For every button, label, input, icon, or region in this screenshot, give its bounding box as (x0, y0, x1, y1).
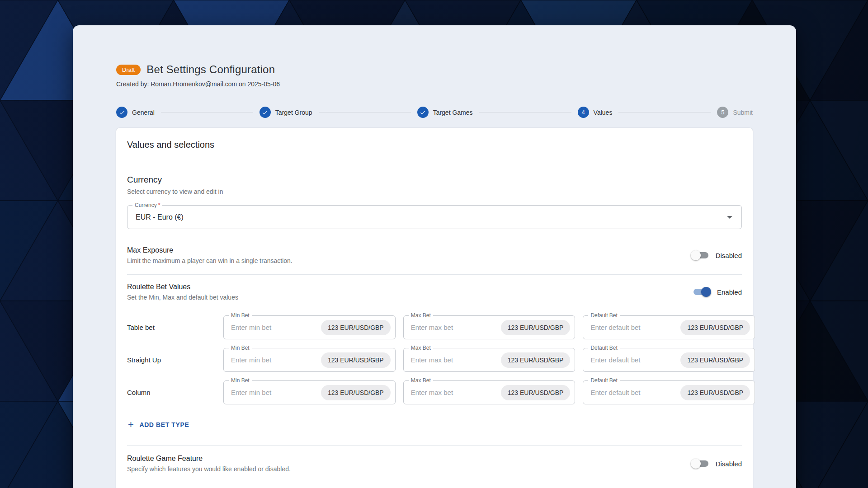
bet-type-label: Table bet (127, 324, 216, 331)
roulette-bet-values-toggle-label: Enabled (717, 288, 742, 296)
values-card: Values and selections Currency Select cu… (116, 128, 753, 488)
field-label: Default Bet (588, 377, 619, 384)
step-label: Submit (733, 109, 753, 116)
stepper-connector (161, 112, 253, 113)
column-min-bet-field: Min Bet123 EUR/USD/GBP (223, 380, 396, 404)
column-max-bet-field: Max Bet123 EUR/USD/GBP (403, 380, 576, 404)
check-icon (116, 107, 127, 118)
required-asterisk: * (158, 202, 160, 208)
plus-icon: + (128, 420, 134, 430)
roulette-game-feature-description: Specify which features you would like en… (127, 465, 291, 473)
currency-chip: 123 EUR/USD/GBP (501, 352, 571, 368)
wizard-stepper: GeneralTarget GroupTarget Games4Values5S… (116, 107, 753, 118)
stepper-connector (618, 112, 711, 113)
table-bet-default-bet-field: Default Bet123 EUR/USD/GBP (583, 315, 755, 339)
field-label: Min Bet (229, 377, 252, 384)
currency-subheading: Select currency to view and edit in (127, 188, 742, 195)
page-title: Bet Settings Configuration (146, 63, 275, 76)
currency-heading: Currency (127, 175, 742, 185)
stepper-connector (479, 112, 571, 113)
created-by-text: Created by: Roman.Hromenkov@mail.com on … (116, 80, 753, 88)
bet-type-label: Straight Up (127, 356, 216, 364)
field-label: Min Bet (229, 345, 252, 351)
max-bet-input[interactable] (411, 356, 501, 364)
bet-values-grid: Table betMin Bet123 EUR/USD/GBPMax Bet12… (127, 315, 742, 404)
max-bet-input[interactable] (411, 324, 501, 331)
roulette-game-feature-title: Roulette Game Feature (127, 455, 291, 463)
max-exposure-row: Max Exposure Limit the maximum a player … (127, 246, 742, 264)
bet-type-label: Column (127, 389, 216, 396)
currency-chip: 123 EUR/USD/GBP (321, 320, 391, 335)
roulette-game-feature-row: Roulette Game Feature Specify which feat… (127, 455, 742, 473)
stepper-step-target-games[interactable]: Target Games (417, 107, 473, 118)
check-icon (259, 107, 271, 118)
max-exposure-text: Max Exposure Limit the maximum a player … (127, 246, 292, 264)
step-label: Target Games (433, 109, 473, 116)
currency-chip: 123 EUR/USD/GBP (321, 385, 391, 400)
currency-chip: 123 EUR/USD/GBP (321, 352, 391, 368)
column-default-bet-field: Default Bet123 EUR/USD/GBP (583, 380, 755, 404)
currency-selected-value: EUR - Euro (€) (136, 213, 727, 221)
currency-chip: 123 EUR/USD/GBP (501, 320, 571, 335)
min-bet-input[interactable] (231, 324, 321, 331)
divider (127, 445, 742, 446)
step-label: Values (594, 109, 613, 116)
currency-select[interactable]: Currency* EUR - Euro (€) (127, 205, 742, 229)
add-bet-type-button[interactable]: + ADD BET TYPE (127, 416, 193, 433)
field-label: Min Bet (229, 312, 252, 319)
min-bet-input[interactable] (231, 389, 321, 396)
step-label: Target Group (275, 109, 312, 116)
roulette-bet-values-text: Roulette Bet Values Set the Min, Max and… (127, 283, 238, 301)
roulette-bet-values-toggle[interactable] (692, 287, 711, 297)
field-label: Default Bet (588, 345, 619, 351)
divider (127, 274, 742, 275)
add-bet-type-label: ADD BET TYPE (139, 421, 189, 428)
roulette-bet-values-row: Roulette Bet Values Set the Min, Max and… (127, 283, 742, 301)
step-number: 4 (578, 107, 589, 118)
straight-up-default-bet-field: Default Bet123 EUR/USD/GBP (583, 348, 755, 372)
default-bet-input[interactable] (590, 356, 680, 364)
draft-status-badge: Draft (116, 65, 141, 75)
stepper-step-submit[interactable]: 5Submit (717, 107, 753, 118)
roulette-game-feature-text: Roulette Game Feature Specify which feat… (127, 455, 291, 473)
max-exposure-description: Limit the maximum a player can win in a … (127, 257, 292, 264)
currency-chip: 123 EUR/USD/GBP (680, 385, 750, 400)
step-label: General (132, 109, 155, 116)
field-label: Max Bet (409, 312, 433, 319)
max-exposure-toggle-group: Disabled (691, 250, 742, 260)
currency-chip: 123 EUR/USD/GBP (501, 385, 571, 400)
card-title: Values and selections (127, 140, 742, 150)
main-panel: Draft Bet Settings Configuration Created… (73, 25, 796, 488)
stepper-step-values[interactable]: 4Values (578, 107, 613, 118)
stepper-step-general[interactable]: General (116, 107, 155, 118)
table-bet-max-bet-field: Max Bet123 EUR/USD/GBP (403, 315, 576, 339)
chevron-down-icon (727, 216, 732, 219)
roulette-bet-values-title: Roulette Bet Values (127, 283, 238, 291)
max-exposure-toggle-label: Disabled (716, 252, 742, 259)
currency-chip: 123 EUR/USD/GBP (680, 320, 750, 335)
page-header: Draft Bet Settings Configuration (116, 63, 753, 76)
default-bet-input[interactable] (590, 389, 680, 396)
roulette-game-feature-toggle-group: Disabled (691, 459, 742, 469)
roulette-bet-values-description: Set the Min, Max and default bet values (127, 294, 238, 301)
roulette-game-feature-toggle-label: Disabled (716, 460, 742, 468)
max-exposure-toggle[interactable] (691, 250, 710, 260)
roulette-game-feature-toggle[interactable] (691, 459, 710, 469)
straight-up-max-bet-field: Max Bet123 EUR/USD/GBP (403, 348, 576, 372)
max-bet-input[interactable] (411, 389, 501, 396)
field-label: Default Bet (588, 312, 619, 319)
stepper-step-target-group[interactable]: Target Group (259, 107, 312, 118)
stepper-connector (319, 112, 411, 113)
currency-field-label: Currency* (132, 202, 162, 208)
default-bet-input[interactable] (590, 324, 680, 331)
field-label: Max Bet (409, 345, 433, 351)
table-bet-min-bet-field: Min Bet123 EUR/USD/GBP (223, 315, 396, 339)
currency-chip: 123 EUR/USD/GBP (680, 352, 750, 368)
straight-up-min-bet-field: Min Bet123 EUR/USD/GBP (223, 348, 396, 372)
max-exposure-title: Max Exposure (127, 246, 292, 254)
divider (127, 162, 742, 162)
min-bet-input[interactable] (231, 356, 321, 364)
check-icon (417, 107, 429, 118)
step-number: 5 (717, 107, 728, 118)
field-label: Max Bet (409, 377, 433, 384)
